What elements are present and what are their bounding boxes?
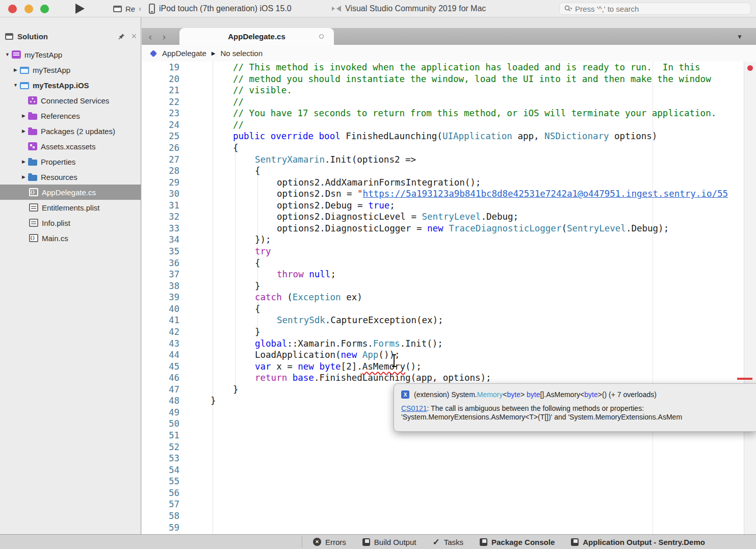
zoom-window-button[interactable] (40, 5, 49, 13)
line-number[interactable]: 22 (142, 96, 185, 108)
tree-item-resources[interactable]: ▶Resources (0, 169, 141, 185)
panel-tab-build-output[interactable]: Build Output (362, 538, 416, 546)
disclosure-right-icon[interactable]: ▶ (19, 113, 28, 118)
code-line-32[interactable]: 32options2.DiagnosticLevel = SentryLevel… (142, 211, 756, 223)
line-number[interactable]: 37 (142, 269, 185, 280)
code-line-40[interactable]: 40{ (142, 303, 756, 315)
line-number[interactable]: 40 (142, 303, 185, 315)
line-number[interactable]: 54 (142, 464, 185, 476)
error-code-link[interactable]: CS0121 (401, 404, 427, 412)
line-number[interactable]: 24 (142, 119, 185, 131)
minimize-window-button[interactable] (24, 5, 33, 13)
disclosure-right-icon[interactable]: ▶ (19, 174, 28, 179)
code-line-26[interactable]: 26{ (142, 142, 756, 154)
line-number[interactable]: 32 (142, 211, 185, 223)
tree-item-mytestapp[interactable]: ▼myTestApp (0, 47, 141, 62)
breadcrumb-class[interactable]: AppDelegate (162, 49, 206, 58)
breadcrumb-selection[interactable]: No selection (220, 49, 263, 58)
line-number[interactable]: 19 (142, 62, 185, 73)
line-number[interactable]: 48 (142, 395, 185, 407)
code-line-31[interactable]: 31options2.Debug = true; (142, 200, 756, 212)
tab-appdelegate[interactable]: AppDelegate.cs (179, 28, 334, 45)
code-line-42[interactable]: 42} (142, 326, 756, 338)
tree-item-appdelegate-cs[interactable]: AppDelegate.cs (0, 185, 141, 200)
line-number[interactable]: 49 (142, 407, 185, 419)
tree-item-packages-2-updates[interactable]: ▶Packages (2 updates) (0, 123, 141, 139)
code-line-44[interactable]: 44LoadApplication(new App()); (142, 349, 756, 361)
code-line-21[interactable]: 21// visible. (142, 85, 756, 96)
code-line-54[interactable]: 54 (142, 464, 756, 476)
code-line-45[interactable]: 45var x = new byte[2].AsMemory(); (142, 361, 756, 373)
code-line-25[interactable]: 25public override bool FinishedLaunching… (142, 130, 756, 142)
line-number[interactable]: 56 (142, 487, 185, 499)
disclosure-right-icon[interactable]: ▶ (19, 128, 28, 134)
global-search-field[interactable] (559, 3, 751, 15)
tree-item-assets-xcassets[interactable]: Assets.xcassets (0, 139, 141, 154)
code-line-38[interactable]: 38} (142, 280, 756, 292)
line-number[interactable]: 57 (142, 499, 185, 510)
device-selector[interactable]: iPod touch (7th generation) iOS 15.0 (149, 0, 292, 17)
code-line-39[interactable]: 39catch (Exception ex) (142, 292, 756, 303)
line-number[interactable]: 33 (142, 223, 185, 234)
code-line-34[interactable]: 34}); (142, 234, 756, 246)
tab-list-dropdown-icon[interactable]: ▼ (737, 28, 743, 45)
line-number[interactable]: 35 (142, 246, 185, 257)
line-number[interactable]: 34 (142, 234, 185, 246)
code-line-35[interactable]: 35try (142, 246, 756, 257)
code-line-28[interactable]: 28{ (142, 165, 756, 177)
line-number[interactable]: 41 (142, 315, 185, 326)
code-line-46[interactable]: 46return base.FinishedLaunching(app, opt… (142, 372, 756, 384)
code-line-52[interactable]: 52 (142, 441, 756, 453)
line-number[interactable]: 29 (142, 177, 185, 189)
line-number[interactable]: 31 (142, 200, 185, 212)
code-line-53[interactable]: 53 (142, 453, 756, 464)
build-configuration-selector[interactable]: Re › (113, 0, 141, 17)
panel-tab-package-console[interactable]: Package Console (480, 538, 555, 546)
disclosure-down-icon[interactable]: ▼ (3, 52, 12, 57)
code-line-24[interactable]: 24// (142, 119, 756, 131)
line-number[interactable]: 30 (142, 188, 185, 200)
line-number[interactable]: 23 (142, 108, 185, 119)
navigate-back-button[interactable]: ‹ (144, 28, 157, 45)
disclosure-right-icon[interactable]: ▶ (11, 67, 20, 72)
code-line-33[interactable]: 33options2.DiagnosticLogger = new TraceD… (142, 223, 756, 234)
line-number[interactable]: 44 (142, 349, 185, 361)
disclosure-down-icon[interactable]: ▼ (11, 83, 20, 88)
code-line-29[interactable]: 29options2.AddXamarinFormsIntegration(); (142, 177, 756, 189)
line-number[interactable]: 42 (142, 326, 185, 338)
code-line-43[interactable]: 43global::Xamarin.Forms.Forms.Init(); (142, 338, 756, 350)
line-number[interactable]: 21 (142, 85, 185, 96)
pin-pad-icon[interactable] (118, 33, 125, 40)
tree-item-properties[interactable]: ▶Properties (0, 154, 141, 169)
line-number[interactable]: 53 (142, 453, 185, 464)
code-editor[interactable]: 19// This method is invoked when the app… (142, 62, 756, 534)
code-line-57[interactable]: 57 (142, 499, 756, 510)
line-number[interactable]: 45 (142, 361, 185, 373)
code-line-23[interactable]: 23// You have 17 seconds to return from … (142, 108, 756, 119)
tree-item-info-plist[interactable]: Info.plist (0, 215, 141, 230)
tree-item-connected-services[interactable]: Connected Services (0, 93, 141, 108)
tree-item-main-cs[interactable]: Main.cs (0, 230, 141, 246)
line-number[interactable]: 27 (142, 154, 185, 166)
overview-scrollbar[interactable] (744, 62, 756, 534)
panel-tab-errors[interactable]: ✕Errors (313, 538, 346, 546)
line-number[interactable]: 47 (142, 384, 185, 396)
code-line-37[interactable]: 37throw null; (142, 269, 756, 280)
line-number[interactable]: 58 (142, 510, 185, 522)
code-line-56[interactable]: 56 (142, 487, 756, 499)
code-line-27[interactable]: 27SentryXamarin.Init(options2 => (142, 154, 756, 166)
line-number[interactable]: 43 (142, 338, 185, 350)
line-number[interactable]: 46 (142, 372, 185, 384)
line-number[interactable]: 52 (142, 441, 185, 453)
disclosure-right-icon[interactable]: ▶ (19, 159, 28, 164)
panel-tab-application-output-sentry-demo[interactable]: Application Output - Sentry.Demo (571, 538, 705, 546)
line-number[interactable]: 25 (142, 130, 185, 142)
line-number[interactable]: 39 (142, 292, 185, 303)
code-line-59[interactable]: 59 (142, 522, 756, 534)
run-button[interactable] (75, 4, 85, 14)
line-number[interactable]: 26 (142, 142, 185, 154)
line-number[interactable]: 51 (142, 430, 185, 441)
tree-item-mytestapp-ios[interactable]: ▼myTestApp.iOS (0, 77, 141, 93)
panel-tab-tasks[interactable]: ✓Tasks (432, 538, 463, 546)
code-line-19[interactable]: 19// This method is invoked when the app… (142, 62, 756, 73)
